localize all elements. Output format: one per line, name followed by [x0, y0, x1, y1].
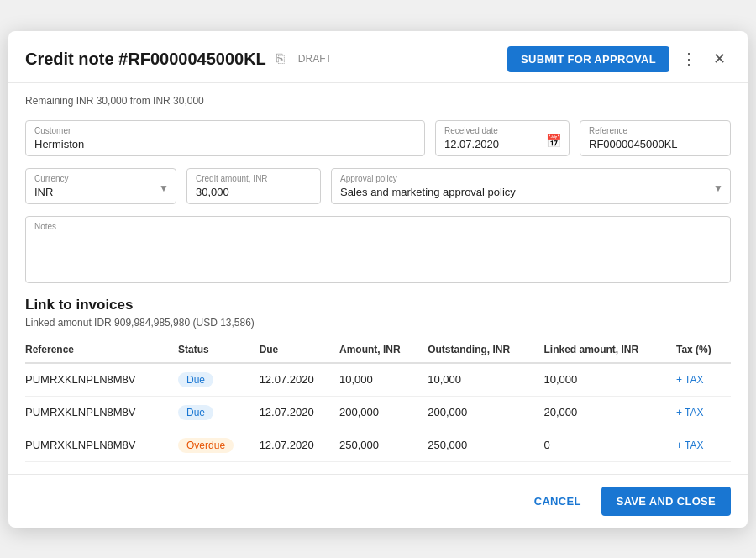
modal-title: Credit note #RF0000045000KL — [25, 50, 266, 69]
credit-note-modal: Credit note #RF0000045000KL ⎘ DRAFT SUBM… — [8, 31, 748, 528]
modal-body: Remaining INR 30,000 from INR 30,000 Cus… — [8, 83, 748, 474]
cell-linked-amount: 10,000 — [544, 363, 676, 397]
table-row: PUMRXKLNPLN8M8V Overdue 12.07.2020 250,0… — [25, 429, 731, 461]
invoices-table: Reference Status Due Amount, INR Outstan… — [25, 339, 731, 462]
currency-field[interactable]: Currency INR ▼ — [25, 168, 176, 204]
cell-due: 12.07.2020 — [260, 363, 339, 397]
cell-tax[interactable]: + TAX — [676, 396, 731, 429]
cell-outstanding: 200,000 — [428, 396, 543, 429]
table-row: PUMRXKLNPLN8M8V Due 12.07.2020 10,000 10… — [25, 363, 731, 397]
link-invoices-title: Link to invoices — [25, 297, 731, 313]
table-body: PUMRXKLNPLN8M8V Due 12.07.2020 10,000 10… — [25, 363, 731, 462]
status-badge: Due — [178, 372, 213, 387]
credit-amount-value: 30,000 — [196, 186, 312, 198]
notes-label: Notes — [34, 222, 722, 231]
approval-policy-label: Approval policy — [340, 174, 722, 183]
reference-field[interactable]: Reference RF0000045000KL — [580, 120, 731, 156]
reference-value: RF0000045000KL — [589, 138, 722, 150]
cell-tax[interactable]: + TAX — [676, 363, 731, 397]
col-amount: Amount, INR — [339, 339, 428, 363]
status-badge: Due — [178, 405, 213, 420]
cell-reference: PUMRXKLNPLN8M8V — [25, 429, 178, 461]
cell-outstanding: 250,000 — [428, 429, 543, 461]
submit-approval-button[interactable]: SUBMIT FOR APPROVAL — [507, 46, 669, 72]
close-button[interactable]: ✕ — [708, 46, 731, 71]
tax-link[interactable]: + TAX — [676, 407, 704, 418]
cell-linked-amount: 0 — [544, 429, 676, 461]
cell-reference: PUMRXKLNPLN8M8V — [25, 363, 178, 397]
cell-amount: 10,000 — [339, 363, 428, 397]
draft-status: DRAFT — [298, 53, 332, 65]
cell-status: Due — [178, 396, 260, 429]
form-row-1: Customer Hermiston Received date 12.07.2… — [25, 120, 731, 156]
linked-amount-text: Linked amonut IDR 909,984,985,980 (USD 1… — [25, 317, 731, 329]
received-date-label: Received date — [444, 126, 560, 135]
received-date-value: 12.07.2020 — [444, 138, 560, 150]
customer-field[interactable]: Customer Hermiston — [25, 120, 425, 156]
link-invoices-section: Link to invoices Linked amonut IDR 909,9… — [25, 297, 731, 462]
status-badge: Overdue — [178, 438, 234, 453]
modal-header: Credit note #RF0000045000KL ⎘ DRAFT SUBM… — [8, 31, 748, 83]
tax-link[interactable]: + TAX — [676, 440, 704, 451]
cell-due: 12.07.2020 — [260, 396, 339, 429]
reference-label: Reference — [589, 126, 722, 135]
cell-status: Due — [178, 363, 260, 397]
col-status: Status — [178, 339, 260, 363]
cell-reference: PUMRXKLNPLN8M8V — [25, 396, 178, 429]
table-header: Reference Status Due Amount, INR Outstan… — [25, 339, 731, 363]
cell-tax[interactable]: + TAX — [676, 429, 731, 461]
copy-icon[interactable]: ⎘ — [276, 51, 285, 66]
approval-policy-value: Sales and marketing approval policy — [340, 186, 722, 198]
header-actions: SUBMIT FOR APPROVAL ⋮ ✕ — [507, 46, 731, 72]
table-row: PUMRXKLNPLN8M8V Due 12.07.2020 200,000 2… — [25, 396, 731, 429]
close-icon: ✕ — [713, 50, 726, 67]
save-close-button[interactable]: SAVE AND CLOSE — [601, 487, 731, 516]
approval-policy-field[interactable]: Approval policy Sales and marketing appr… — [331, 168, 731, 204]
notes-field[interactable]: Notes — [25, 216, 731, 283]
more-icon: ⋮ — [681, 50, 696, 67]
form-row-2: Currency INR ▼ Credit amount, INR 30,000… — [25, 168, 731, 204]
cell-outstanding: 10,000 — [428, 363, 543, 397]
received-date-field[interactable]: Received date 12.07.2020 📅 — [435, 120, 570, 156]
calendar-icon[interactable]: 📅 — [546, 134, 562, 149]
more-options-button[interactable]: ⋮ — [676, 46, 701, 71]
cell-status: Overdue — [178, 429, 260, 461]
modal-footer: CANCEL SAVE AND CLOSE — [8, 474, 748, 528]
cell-amount: 200,000 — [339, 396, 428, 429]
customer-value: Hermiston — [34, 138, 416, 150]
cell-due: 12.07.2020 — [260, 429, 339, 461]
currency-value: INR — [34, 186, 167, 198]
col-due: Due — [260, 339, 339, 363]
col-reference: Reference — [25, 339, 178, 363]
credit-amount-field[interactable]: Credit amount, INR 30,000 — [186, 168, 321, 204]
tax-link[interactable]: + TAX — [676, 374, 704, 386]
currency-label: Currency — [34, 174, 167, 183]
cell-linked-amount: 20,000 — [544, 396, 676, 429]
customer-label: Customer — [34, 126, 416, 135]
cell-amount: 250,000 — [339, 429, 428, 461]
col-outstanding: Outstanding, INR — [428, 339, 543, 363]
remaining-amount: Remaining INR 30,000 from INR 30,000 — [25, 95, 731, 107]
col-linked-amount: Linked amount, INR — [544, 339, 676, 363]
credit-amount-label: Credit amount, INR — [196, 174, 312, 183]
col-tax: Tax (%) — [676, 339, 731, 363]
cancel-button[interactable]: CANCEL — [522, 488, 593, 514]
